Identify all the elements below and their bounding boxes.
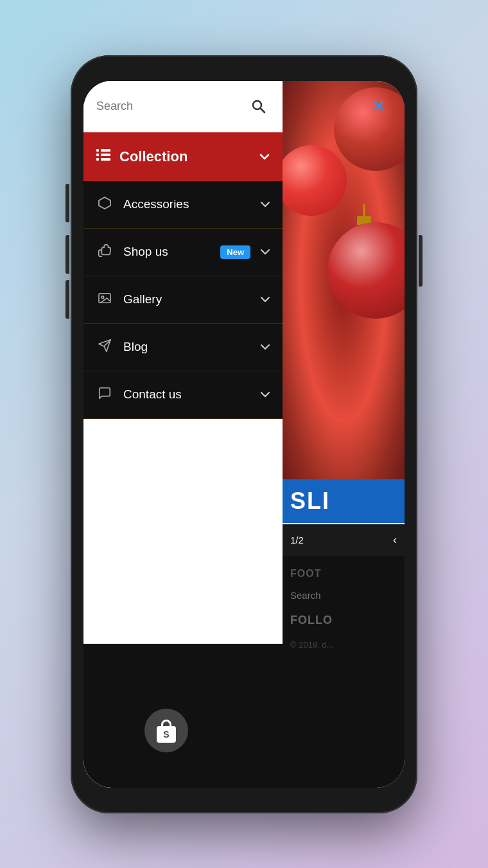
shop-us-label: Shop us	[123, 245, 207, 259]
thumbs-up-icon	[96, 244, 113, 261]
blog-label: Blog	[123, 340, 250, 354]
phone-screen: Collection Accessories	[83, 81, 405, 788]
shop-us-chevron-icon	[261, 246, 270, 258]
gallery-label: Gallery	[123, 292, 250, 306]
collection-label: Collection	[119, 148, 250, 165]
collection-menu-item[interactable]: Collection	[83, 132, 283, 181]
footer-title: FOOT	[283, 556, 405, 585]
send-icon	[96, 339, 113, 356]
footer-copyright: © 2019, d...	[283, 635, 405, 655]
svg-rect-7	[101, 158, 110, 161]
svg-rect-5	[101, 149, 110, 152]
contact-us-chevron-icon	[261, 389, 270, 400]
search-bar	[83, 81, 283, 132]
search-submit-button[interactable]	[247, 94, 270, 118]
slide-counter: 1/2	[290, 535, 304, 545]
contact-us-label: Contact us	[123, 387, 250, 402]
blog-chevron-icon	[261, 341, 270, 353]
menu-item-accessories[interactable]: Accessories	[83, 181, 283, 229]
footer-area: FOOT Search FOLLO © 2019, d...	[283, 556, 405, 788]
svg-line-1	[261, 109, 265, 113]
footer-search-label[interactable]: Search	[283, 585, 405, 606]
phone-device: Collection Accessories	[71, 55, 417, 813]
list-icon	[96, 149, 110, 164]
gallery-chevron-icon	[261, 294, 270, 305]
chat-icon	[96, 386, 113, 403]
menu-item-contact-us[interactable]: Contact us	[83, 371, 283, 419]
accessories-chevron-icon	[261, 199, 270, 210]
shopify-badge[interactable]: S	[144, 709, 188, 752]
menu-item-shop-us[interactable]: Shop us New	[83, 229, 283, 276]
svg-rect-2	[96, 149, 99, 152]
gallery-icon	[96, 292, 113, 307]
right-panel: ✕ SLI 1/2 ‹ FOOT Search FOLLO	[283, 81, 405, 788]
sli-text: SLI	[290, 488, 330, 515]
close-button[interactable]: ✕	[367, 95, 390, 118]
slider-navigation: 1/2 ‹	[283, 524, 405, 556]
menu-panel: Collection Accessories	[83, 81, 283, 788]
footer-follow-label: FOLLO	[283, 606, 405, 635]
slide-prev-arrow-icon[interactable]: ‹	[393, 533, 397, 547]
svg-rect-4	[96, 158, 99, 161]
menu-item-blog[interactable]: Blog	[83, 324, 283, 371]
shopify-bag-icon: S	[154, 718, 179, 743]
svg-point-9	[101, 296, 104, 298]
menu-items-list: Accessories Shop us	[83, 181, 283, 788]
menu-item-gallery[interactable]: Gallery	[83, 276, 283, 324]
accessories-icon	[96, 196, 113, 213]
menu-empty-space	[83, 419, 283, 644]
svg-rect-8	[99, 293, 110, 302]
collection-chevron-icon	[259, 150, 270, 163]
ornament-ball-2	[283, 145, 347, 216]
new-badge: New	[220, 245, 250, 259]
search-input[interactable]	[96, 100, 247, 113]
search-icon	[250, 98, 266, 114]
svg-rect-3	[96, 154, 99, 156]
accessories-label: Accessories	[123, 197, 250, 211]
christmas-image-area	[283, 81, 405, 479]
ornament-ball-3	[327, 222, 405, 319]
sli-block: SLI	[283, 479, 405, 523]
svg-rect-6	[101, 154, 110, 156]
